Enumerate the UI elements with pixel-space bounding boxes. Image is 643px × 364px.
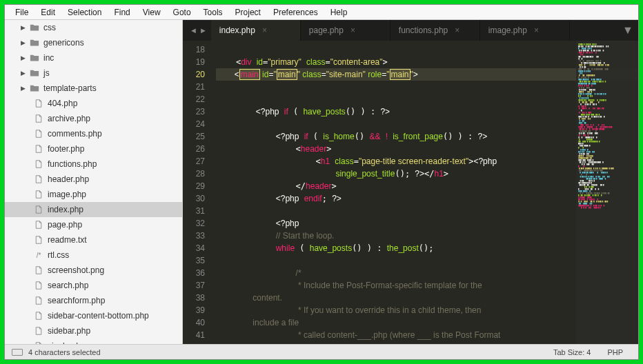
editor-tab[interactable]: functions.php×	[390, 20, 480, 41]
tree-file[interactable]: sidebar.php	[5, 323, 182, 338]
tree-file[interactable]: screenshot.png	[5, 263, 182, 278]
menu-preferences[interactable]: Preferences	[267, 8, 324, 17]
tab-dropdown[interactable]: ▼	[617, 20, 638, 41]
tree-item-label: searchform.php	[48, 296, 105, 305]
chevron-right-icon: ▶	[20, 39, 26, 46]
tree-file[interactable]: readme.txt	[5, 232, 182, 247]
editor-area: ◄ ► index.php×page.php×functions.php×ima…	[183, 20, 638, 344]
chevron-right-icon: ▶	[20, 85, 26, 92]
status-bar: 4 characters selected Tab Size: 4 PHP	[5, 344, 638, 359]
tree-item-label: readme.txt	[48, 235, 87, 245]
menu-bar: File Edit Selection Find View Goto Tools…	[5, 5, 638, 20]
tree-folder[interactable]: ▶inc	[5, 50, 182, 65]
status-tabsize[interactable]: Tab Size: 4	[545, 348, 599, 356]
editor-tab[interactable]: index.php×	[211, 20, 301, 41]
tree-file[interactable]: image.php	[5, 187, 182, 202]
tree-folder[interactable]: ▶css	[5, 20, 182, 35]
file-icon	[34, 235, 43, 245]
tree-file[interactable]: search.php	[5, 278, 182, 293]
close-icon[interactable]: ×	[455, 26, 459, 35]
tab-nav-arrows[interactable]: ◄ ►	[186, 20, 211, 41]
menu-find[interactable]: Find	[108, 8, 136, 17]
tree-item-label: screenshot.png	[48, 265, 104, 275]
tree-item-label: index.php	[48, 205, 83, 214]
tree-item-label: comments.php	[48, 129, 102, 139]
tree-item-label: genericons	[43, 38, 84, 48]
close-icon[interactable]: ×	[262, 26, 267, 35]
tree-file[interactable]: single.php	[5, 338, 182, 344]
folder-icon	[30, 68, 39, 78]
tree-file[interactable]: functions.php	[5, 156, 182, 172]
css-file-icon: /*	[34, 250, 43, 260]
tree-folder[interactable]: ▶genericons	[5, 35, 182, 50]
file-icon	[34, 326, 43, 336]
minimap[interactable]: █ ███ █ █ █ █ █ █ █ █ ██ █ █ █ ██ ███ ██…	[576, 41, 638, 344]
menu-goto[interactable]: Goto	[167, 8, 197, 17]
line-gutter: 1819202122232425262728293031323334353637…	[183, 41, 210, 344]
tab-label: index.php	[219, 26, 255, 35]
tree-file[interactable]: comments.php	[5, 126, 182, 141]
tree-file[interactable]: sidebar-content-bottom.php	[5, 308, 182, 323]
tree-file[interactable]: archive.php	[5, 111, 182, 126]
editor-tab[interactable]: image.php×	[480, 20, 570, 41]
file-icon	[34, 265, 43, 275]
folder-icon	[30, 38, 39, 48]
file-icon	[34, 205, 43, 214]
tree-item-label: css	[43, 23, 56, 32]
folder-icon	[30, 53, 39, 63]
tree-item-label: archive.php	[48, 114, 90, 123]
close-icon[interactable]: ×	[350, 26, 355, 35]
file-icon	[34, 144, 43, 154]
code-view[interactable]: <div id="primary" class="content-area"> …	[210, 41, 638, 344]
tree-item-label: footer.php	[48, 144, 84, 154]
status-language[interactable]: PHP	[599, 348, 631, 356]
file-icon	[34, 220, 43, 230]
tree-file[interactable]: searchform.php	[5, 293, 182, 308]
file-icon	[34, 311, 43, 321]
status-selection: 4 characters selected	[28, 348, 101, 356]
tree-item-label: sidebar-content-bottom.php	[48, 311, 149, 321]
tree-file[interactable]: footer.php	[5, 141, 182, 156]
tree-item-label: rtl.css	[48, 250, 69, 260]
tree-item-label: template-parts	[43, 83, 97, 93]
tab-label: functions.php	[399, 26, 448, 35]
tree-file[interactable]: /*rtl.css	[5, 247, 182, 263]
file-icon	[34, 174, 43, 184]
menu-file[interactable]: File	[9, 8, 34, 17]
file-icon	[34, 114, 43, 123]
tree-item-label: search.php	[48, 281, 88, 290]
file-icon	[34, 129, 43, 139]
menu-project[interactable]: Project	[229, 8, 267, 17]
folder-icon	[30, 83, 39, 93]
folder-icon	[30, 23, 39, 32]
tree-item-label: image.php	[48, 190, 86, 199]
file-icon	[34, 296, 43, 305]
tree-item-label: header.php	[48, 174, 89, 184]
tree-file[interactable]: header.php	[5, 172, 182, 187]
tree-item-label: inc	[43, 53, 54, 63]
tab-label: page.php	[309, 26, 344, 35]
chevron-right-icon: ▶	[20, 54, 26, 61]
menu-edit[interactable]: Edit	[34, 8, 61, 17]
menu-help[interactable]: Help	[324, 8, 354, 17]
tree-item-label: js	[43, 68, 50, 78]
file-icon	[34, 190, 43, 199]
close-icon[interactable]: ×	[534, 26, 539, 35]
tree-item-label: sidebar.php	[48, 326, 90, 336]
tree-file[interactable]: 404.php	[5, 96, 182, 111]
tree-folder[interactable]: ▶template-parts	[5, 81, 182, 96]
editor-tab[interactable]: page.php×	[301, 20, 390, 41]
file-icon	[34, 159, 43, 169]
panel-toggle-icon[interactable]	[12, 349, 23, 356]
tab-bar: ◄ ► index.php×page.php×functions.php×ima…	[183, 20, 638, 41]
menu-tools[interactable]: Tools	[197, 8, 229, 17]
menu-view[interactable]: View	[137, 8, 167, 17]
tree-item-label: page.php	[48, 220, 82, 230]
tree-item-label: functions.php	[48, 159, 97, 169]
sidebar-file-tree[interactable]: ▶css▶genericons▶inc▶js▶template-parts404…	[5, 20, 183, 344]
tree-folder[interactable]: ▶js	[5, 65, 182, 81]
tree-file[interactable]: index.php	[5, 202, 182, 217]
tree-file[interactable]: page.php	[5, 217, 182, 232]
menu-selection[interactable]: Selection	[61, 8, 108, 17]
app-window: File Edit Selection Find View Goto Tools…	[4, 4, 639, 360]
